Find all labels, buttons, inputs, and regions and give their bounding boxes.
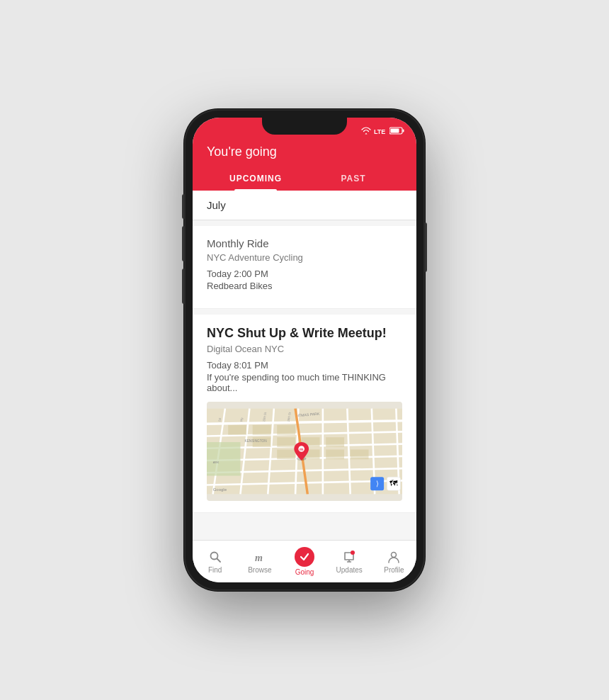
wifi-icon [361,127,371,135]
event-title: NYC Shut Up & Write Meetup! [207,326,402,341]
volume-up-button [182,226,184,261]
going-icon [295,547,314,567]
event-card-write-meetup[interactable]: NYC Shut Up & Write Meetup! Digital Ocea… [193,315,416,513]
events-content: July Monthly Ride NYC Adventure Cycling … [193,191,416,540]
phone-screen: LTE You're going UPCOMING PAST [193,118,416,582]
svg-rect-29 [326,449,344,459]
profile-icon [386,549,402,565]
svg-text:ARK: ARK [213,461,220,464]
svg-text:Google: Google [213,487,227,492]
svg-point-53 [392,553,397,558]
updates-label: Updates [336,566,363,574]
svg-text:LTE: LTE [374,128,385,135]
page-title: You're going [207,145,402,166]
svg-rect-19 [207,442,240,475]
event-card-monthly-ride[interactable]: Monthly Ride NYC Adventure Cycling Today… [193,226,416,309]
updates-icon [341,549,357,565]
nav-item-browse[interactable]: m Browse [237,541,282,582]
event-organizer: Digital Ocean NYC [207,344,402,354]
svg-text:⟩: ⟩ [376,480,379,487]
svg-rect-3 [403,130,404,132]
notch [262,118,347,135]
svg-text:m: m [300,447,303,451]
battery-icon [389,127,405,135]
event-time: Today 2:00 PM [207,269,402,279]
event-description: If you're spending too much time THINKIN… [207,372,402,393]
svg-rect-26 [326,437,344,447]
going-label: Going [295,568,314,576]
month-header: July [193,191,416,220]
profile-label: Profile [384,566,404,574]
browse-label: Browse [248,566,271,574]
event-map[interactable]: DITMAS PARK KENSINGTON ARK 1st Wy 10th S… [207,402,402,501]
svg-text:🗺: 🗺 [389,479,398,487]
svg-rect-30 [351,449,369,459]
bottom-nav: Find m Browse Going [193,540,416,582]
svg-rect-22 [277,425,295,435]
svg-rect-27 [277,449,295,459]
tab-past[interactable]: PAST [304,166,402,191]
volume-down-button [182,269,184,304]
header: You're going UPCOMING PAST [193,137,416,191]
svg-line-48 [217,559,220,563]
nav-item-going[interactable]: Going [282,541,326,582]
power-button [425,222,427,272]
find-icon [207,549,223,565]
nav-item-find[interactable]: Find [193,541,237,582]
phone-frame: LTE You're going UPCOMING PAST [184,109,425,591]
tabs-container: UPCOMING PAST [207,166,402,191]
find-label: Find [208,566,222,574]
svg-rect-21 [253,425,271,435]
nav-item-updates[interactable]: Updates [327,541,372,582]
event-organizer: NYC Adventure Cycling [207,252,402,263]
status-icons: LTE [361,127,405,135]
event-location: Redbeard Bikes [207,281,402,291]
volume-silent-button [182,194,184,219]
browse-icon: m [252,549,268,565]
lte-icon: LTE [374,127,387,135]
month-label: July [207,199,226,211]
svg-text:KENSINGTON: KENSINGTON [244,439,267,443]
svg-point-52 [351,551,355,555]
svg-text:m: m [255,553,263,563]
nav-item-profile[interactable]: Profile [372,541,416,582]
event-title: Monthly Ride [207,237,402,249]
svg-rect-2 [391,129,399,133]
tab-upcoming[interactable]: UPCOMING [207,166,304,191]
event-time: Today 8:01 PM [207,360,402,371]
svg-rect-20 [228,425,246,435]
svg-rect-24 [277,437,295,447]
